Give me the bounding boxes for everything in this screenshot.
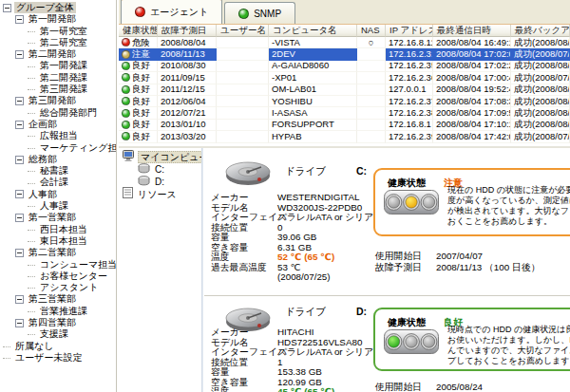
table-row[interactable]: 危険2008/08/04-VISTA○172.16.8.1142008/08/0… <box>119 37 570 48</box>
hdd-health-monitor-window: グループ全体第一開発部第一研究室第二研究室第二開発部第一開発課第二開発課第三開発… <box>0 0 570 392</box>
mini-tree-item-label: マイコンピュータ <box>138 151 201 163</box>
tree-item[interactable]: 第二研究室 <box>0 37 116 48</box>
collapse-toggle-icon[interactable] <box>15 156 24 164</box>
tree-item-label: 東日本担当 <box>38 235 89 247</box>
health-status-box: 健康状態良好現時点での HDD の健康状況は良好です。そお使いいただけます。しか… <box>373 308 570 371</box>
tree-item[interactable]: 第二開発課 <box>0 72 116 84</box>
tree-item[interactable]: 支援課 <box>0 328 116 340</box>
field-row: インターフェイスパラレルATA or シリアルATA <box>211 347 400 358</box>
tree-item[interactable]: アシスタント <box>0 282 116 293</box>
traffic-light-icon <box>384 190 439 216</box>
mini-tree-item-label: C: <box>153 163 166 176</box>
tree-item[interactable]: お客様センター <box>0 271 116 282</box>
tree-item[interactable]: 西日本担当 <box>0 224 116 235</box>
tree-branch-line <box>28 275 35 277</box>
tree-item[interactable]: 人事部 <box>0 189 116 200</box>
mini-tree-item[interactable]: リソース <box>119 188 201 200</box>
tree-branch-line <box>28 147 35 149</box>
cell-backup: 成功(2008/08/0 <box>511 120 570 131</box>
column-header[interactable]: IP アドレス <box>386 25 433 37</box>
cell-text: 2008/08/04 17:09:51 <box>436 107 511 119</box>
tree-item[interactable]: 第一開発部 <box>0 13 116 25</box>
cell-computer: A-GAIAD8060 <box>269 61 357 72</box>
collapse-toggle-icon[interactable] <box>15 295 24 304</box>
health-status-icon <box>122 62 130 70</box>
column-header[interactable]: コンピュータ名 <box>269 25 357 37</box>
cell-text: 172.16.8.1 <box>389 120 431 131</box>
cell-text: I-ASASA <box>272 107 308 119</box>
cell-date: 2008/11/13 <box>158 48 217 60</box>
tree-item[interactable]: 第四営業部 <box>0 317 116 328</box>
tree-item[interactable]: ユーザー未設定 <box>0 352 116 364</box>
tree-item-label: 総務部 <box>27 154 59 165</box>
table-row[interactable]: 良好2012/07/21I-ASASA172.16.2.382008/08/04… <box>119 107 570 119</box>
table-row[interactable]: 良好2010/08/30A-GAIAD8060172.16.2.352008/0… <box>119 61 570 72</box>
tree-item[interactable]: 第三営業部 <box>0 293 116 305</box>
collapse-toggle-icon[interactable] <box>15 50 24 59</box>
tree-item[interactable]: 所属なし <box>0 341 116 352</box>
column-header[interactable]: 最終通信日時 <box>433 25 511 37</box>
tree-item[interactable]: 東日本担当 <box>0 235 116 247</box>
table-row[interactable]: 良好2011/12/15OM-LAB01127.0.0.12008/08/04 … <box>119 84 570 96</box>
collapse-toggle-icon[interactable] <box>15 319 24 327</box>
table-row[interactable]: 良好2012/06/04YOSHIBU172.16.2.372008/08/04… <box>119 96 570 107</box>
collapse-toggle-icon[interactable] <box>15 15 24 24</box>
tree-item[interactable]: 総務部 <box>0 154 116 165</box>
column-header[interactable]: NAS <box>357 25 386 37</box>
tree-item[interactable]: マーケティング担当 <box>0 142 116 154</box>
vertical-splitter[interactable] <box>201 148 203 392</box>
tree-item[interactable]: 広報担当 <box>0 130 116 141</box>
collapse-toggle-icon[interactable] <box>3 4 11 12</box>
tree-branch-line <box>28 310 35 312</box>
tree-item[interactable]: 人事課 <box>0 200 116 212</box>
field-label: メーカー <box>211 327 277 338</box>
cell-text: OM-LAB01 <box>272 84 316 96</box>
tree-item-label: 総合開発部門 <box>38 107 99 119</box>
tree-item[interactable]: コンシューマ担当 <box>0 259 116 271</box>
disk-icon <box>138 163 150 177</box>
collapse-toggle-icon[interactable] <box>15 190 24 198</box>
tree-item[interactable]: 第三開発部 <box>0 95 116 106</box>
tree-item[interactable]: 営業推進課 <box>0 306 116 317</box>
collapse-toggle-icon[interactable] <box>15 214 24 222</box>
cell-user <box>217 96 269 107</box>
table-row[interactable]: 良好2011/09/15-XP01172.16.2.362008/08/04 1… <box>119 72 570 84</box>
tree-item-label: 秘書課 <box>38 165 70 177</box>
table-row[interactable]: 注意2008/11/132DEV172.16.2.312008/08/04 17… <box>119 48 570 60</box>
column-header[interactable]: 健康状態 <box>119 25 158 37</box>
cell-user <box>217 37 269 48</box>
cell-text: 172.16.2.31 <box>389 48 433 60</box>
column-header[interactable]: ユーザー名 <box>217 25 269 37</box>
tree-item[interactable]: 第一研究室 <box>0 26 116 37</box>
column-header[interactable]: 最終バックアップ <box>511 25 570 37</box>
tab-snmp[interactable]: SNMP <box>224 2 295 24</box>
field-value: 1 <box>277 357 282 367</box>
tree-branch-line <box>28 264 35 266</box>
tree-item[interactable]: グループ全体 <box>0 2 116 13</box>
tree-item[interactable]: 第一開発課 <box>0 60 116 71</box>
tab-agent[interactable]: エージェント <box>121 0 222 24</box>
mini-tree-item-label: リソース <box>136 188 179 200</box>
tree-item[interactable]: 第二開発部 <box>0 48 116 60</box>
cell-text: 2008/11/13 <box>161 48 205 60</box>
table-row[interactable]: 良好2013/01/10FORSUPPORT172.16.8.12008/08/… <box>119 120 570 131</box>
tree-item[interactable]: 秘書課 <box>0 165 116 177</box>
tree-item[interactable]: 第一営業部 <box>0 212 116 223</box>
tree-item[interactable]: 第二営業部 <box>0 247 116 258</box>
mini-tree-item[interactable]: マイコンピュータ <box>119 151 201 163</box>
collapse-toggle-icon[interactable] <box>15 97 24 105</box>
cell-backup: 成功(2008/08/0 <box>511 37 570 48</box>
cell-text: 成功(2008/08/0 <box>514 61 570 72</box>
tree-item[interactable]: 総合開発部門 <box>0 107 116 119</box>
tree-item[interactable]: 第三開発課 <box>0 84 116 95</box>
tree-item-label: 人事課 <box>38 200 70 212</box>
collapse-toggle-icon[interactable] <box>15 249 24 257</box>
table-row[interactable]: 良好2013/03/20HYPAB172.16.2.392008/08/04 1… <box>119 131 570 142</box>
tree-item[interactable]: 企画部 <box>0 119 116 130</box>
column-header[interactable]: 故障予測日 <box>158 25 217 37</box>
field-value: 0 <box>277 222 282 233</box>
tree-item[interactable]: 会計課 <box>0 177 116 188</box>
tree-branch-line <box>28 88 35 90</box>
mini-tree-item[interactable]: C: <box>119 163 201 176</box>
collapse-toggle-icon[interactable] <box>15 121 24 129</box>
